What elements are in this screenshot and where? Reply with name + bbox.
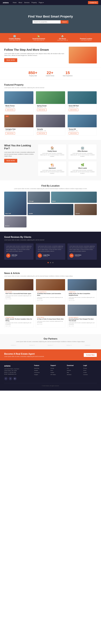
feature-1-title: Good Environment (32, 38, 45, 40)
property-0-image (4, 91, 33, 104)
property-1-image (36, 91, 65, 104)
news-4-title: 10 Tips & Tricks To Keep House Plants Al… (37, 318, 64, 320)
facebook-icon[interactable]: f (4, 377, 8, 380)
footer-link-commerce[interactable]: Commerce (34, 372, 48, 373)
news-2-cat: Competitive (69, 292, 95, 292)
news-4-excerpt: Lorem ipsum dolor sit amet, consectetur … (37, 320, 64, 324)
follow-section: Follow The Step And More Dream Lorem ips… (0, 42, 101, 68)
cta-contact-button[interactable]: Contact Now (84, 353, 97, 357)
footer-link-analytic[interactable]: Analytic (34, 370, 48, 371)
news-0-cat: Real Estate (6, 292, 32, 292)
property-4-name: Vermella (37, 128, 64, 130)
news-3-excerpt: Lorem ipsum dolor sit amet, consectetur … (6, 322, 32, 325)
twitter-icon[interactable]: t (9, 377, 12, 380)
property-4-location: Birmingham – US (37, 130, 64, 131)
footer-brand: astana 1234 Street Name, City NameUnited… (4, 365, 31, 380)
stat-1-num: 22+ (46, 70, 54, 75)
nav-about[interactable]: About (19, 2, 22, 3)
stat-1: 22+ Awards Homes (46, 70, 54, 76)
footer-link-licenses[interactable]: Licenses (83, 374, 97, 375)
footer-link-marketing[interactable]: Marketing (34, 368, 48, 369)
partner-1: Partner B (29, 344, 35, 346)
news-0-excerpt: Lorem ipsum dolor sit amet, consectetur … (6, 295, 32, 298)
property-2-location: Birmingham – US (69, 106, 95, 108)
partners-logos: Partner A Partner B Partner C Partner D … (4, 344, 97, 346)
property-0-info: Monte Toreno Birmingham – US VIEW DETAIL (4, 104, 33, 112)
reviewer-0-role: Customer (12, 256, 17, 257)
linkedin-icon[interactable]: in (13, 377, 17, 380)
hero-search-input[interactable] (33, 20, 61, 24)
footer-feature-title: Feature (34, 365, 48, 366)
feature-0-title: Creative Building (9, 38, 20, 40)
dot-1[interactable] (48, 262, 49, 263)
nav-services[interactable]: Services (24, 2, 30, 3)
property-3-location: Birmingham – US (6, 130, 32, 131)
nav-home[interactable]: Home (13, 2, 17, 3)
villa-icon: 🌿 (70, 163, 95, 166)
look-card-3-title: Villa & Lands (70, 167, 95, 169)
stat-2-num: 15 (63, 70, 72, 75)
looking-read-more-button[interactable]: READ MORE (4, 159, 17, 162)
features-bar: 🏢 Creative Building Lorem ipsum dolor si… (0, 33, 101, 42)
footer-link-api[interactable]: API Status (51, 374, 64, 375)
footer-link-ios[interactable]: iOS (67, 368, 80, 369)
footer-link-mac[interactable]: Mac (67, 372, 80, 373)
contact-button[interactable]: Contact Us (88, 1, 98, 4)
partner-0: Partner A (11, 344, 16, 346)
news-4-image (36, 305, 65, 316)
reviewer-2-name: Carla More (75, 254, 81, 256)
looking-desc: Lorem ipsum dolor sit amet, consectetur … (4, 152, 35, 157)
property-1-location: Birmingham – US (37, 106, 64, 108)
dot-2[interactable] (50, 262, 51, 263)
footer-link-cookie[interactable]: Cookie (83, 372, 97, 373)
partners-section: Our Partners Lorem ipsum dolor sit amet,… (0, 334, 101, 349)
nav-property[interactable]: Property (31, 2, 37, 3)
look-card-3-desc: Lorem ipsum dolor sit amet, consectetur … (70, 170, 95, 174)
footer-link-privacy[interactable]: Privacy (83, 368, 97, 369)
follow-image (69, 47, 97, 64)
news-5-info: Housing Markets Housing Markets That Cha… (68, 316, 97, 328)
feature-0: 🏢 Creative Building Lorem ipsum dolor si… (9, 35, 20, 41)
location-2[interactable]: Miami (51, 192, 97, 203)
location-1-label: Chicago (29, 200, 34, 202)
location-section: Find By Location Lorem ipsum dolor sit a… (0, 180, 101, 232)
property-3-name: Carington Park (6, 128, 32, 130)
property-1-view-button[interactable]: VIEW DETAIL (37, 109, 47, 111)
feature-3: 📍 Premium Location Lorem ipsum dolor sit (80, 35, 92, 41)
stat-0-label: Property Sold (29, 75, 37, 76)
hero-search-button[interactable]: Search (61, 20, 68, 24)
property-3-view-button[interactable]: VIEW DETAIL (6, 132, 15, 134)
news-3-date: Mar 8, 2024 (6, 326, 32, 326)
footer-link-docs[interactable]: Docs (51, 370, 64, 371)
reviewer-0: JD John Doe Customer (6, 254, 32, 258)
review-2-text: Lorem ipsum dolor sit amet, consectetur … (69, 246, 95, 252)
building-icon: 🏢 (9, 35, 20, 38)
location-0[interactable]: New York (4, 192, 27, 215)
property-0-view-button[interactable]: VIEW DETAIL (6, 109, 15, 111)
news-0-image (4, 279, 33, 290)
footer-copyright: © 2024 Astana. All rights reserved. (42, 385, 59, 386)
location-3[interactable]: Seattle (28, 204, 73, 215)
property-2-info: Green Hill Park Birmingham – US VIEW DET… (68, 104, 97, 112)
footer-social: f t in (4, 377, 31, 380)
footer-link-pricing[interactable]: Pricing (51, 368, 64, 369)
footer-link-insights[interactable]: Insights (34, 374, 48, 375)
property-2-view-button[interactable]: VIEW DETAIL (69, 109, 78, 111)
location-5[interactable]: Boston (4, 216, 27, 228)
feature-1: 🏡 Good Environment Lorem ipsum dolor sit (32, 35, 45, 41)
location-4[interactable]: Denver (74, 204, 97, 215)
location-1[interactable]: Chicago (28, 192, 50, 203)
footer-link-windows[interactable]: Windows (67, 374, 80, 375)
nav-pages[interactable]: Pages ▾ (39, 2, 44, 3)
footer-link-android[interactable]: Android (67, 370, 80, 371)
follow-read-more-button[interactable]: READ MORE (4, 58, 17, 62)
footer-link-terms[interactable]: Terms (83, 370, 97, 371)
property-4-view-button[interactable]: VIEW DETAIL (37, 132, 47, 134)
partner-2: Partner C (48, 344, 53, 346)
dot-3[interactable] (52, 262, 53, 263)
news-2-title: Netflix Ranks The Most Competitive Neigh… (69, 293, 95, 296)
cta-text: Become A Real Estate Agent Lorem ipsum d… (4, 353, 44, 357)
property-5-view-button[interactable]: VIEW DETAIL (69, 132, 78, 134)
reviewer-1-info: Logan Roy Customer (43, 254, 50, 257)
footer-link-guides[interactable]: Guides (51, 372, 64, 373)
